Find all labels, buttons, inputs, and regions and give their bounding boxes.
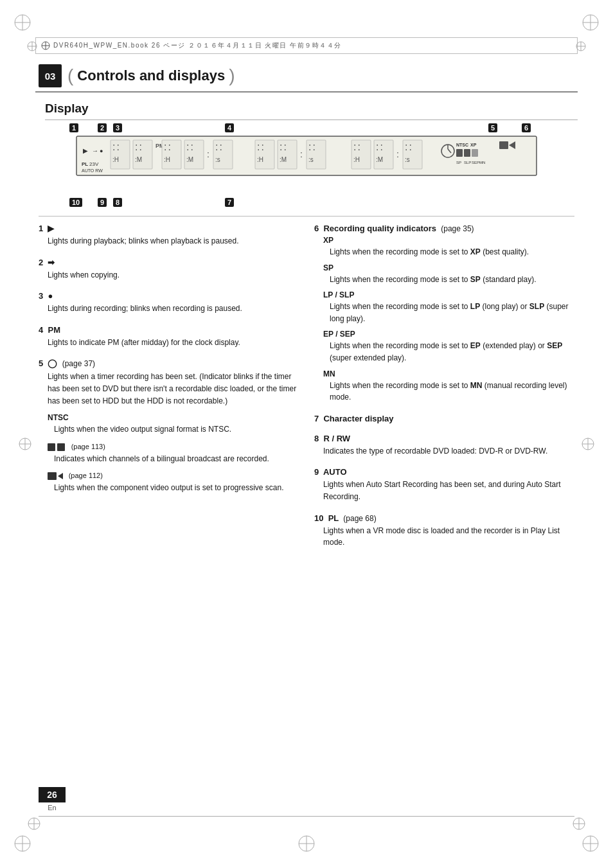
svg-text::s: :s: [215, 156, 220, 163]
label-4: 4: [225, 123, 234, 132]
svg-text:::: ::: [353, 141, 362, 152]
svg-text:NTSC: NTSC: [456, 143, 468, 147]
page-lang: En: [39, 804, 66, 811]
svg-text:::: ::: [135, 141, 143, 152]
entry-2-header: 2 ➡: [39, 258, 299, 267]
mn-header: MN: [323, 369, 574, 378]
svg-text:→: →: [92, 147, 98, 154]
svg-rect-75: [472, 149, 478, 157]
entry-6-label: Recording quality indicators: [323, 224, 436, 233]
entry-4: 4 PM Lights to indicate PM (after midday…: [39, 325, 299, 349]
page-title: Controls and displays: [77, 67, 225, 84]
entry-1: 1 ▶ Lights during playback; blinks when …: [39, 224, 299, 247]
mn-body: Lights when the recording mode is set to…: [323, 380, 574, 403]
header-file-info: DVR640H_WPW_EN.book 26 ページ ２０１６年４月１１日 火曜…: [53, 41, 342, 50]
svg-text::H: :H: [257, 156, 263, 163]
left-column: 1 ▶ Lights during playback; blinks when …: [39, 224, 299, 559]
label-10: 10: [69, 198, 82, 207]
entry-6-sp: SP Lights when the recording mode is set…: [314, 263, 574, 286]
entry-5-progressive-header: (page 112): [48, 471, 299, 481]
device-panel-svg: ▶ → ● PL 23V AUTO RW :: :H :: :M PM: [51, 135, 562, 177]
svg-text::s: :s: [405, 156, 410, 163]
entry-10-header: 10 PL (page 68): [314, 513, 574, 523]
svg-text:23V: 23V: [89, 161, 99, 167]
label-7: 7: [225, 198, 234, 207]
svg-text:MN: MN: [479, 161, 485, 164]
entry-8-header: 8 R / RW: [314, 434, 574, 443]
corner-mark-bl: [13, 834, 32, 855]
entry-6-header: 6 Recording quality indicators (page 35): [314, 224, 574, 233]
entry-5-body: Lights when a timer recording has been s…: [39, 371, 299, 407]
corner-mark-bottom: [297, 834, 316, 855]
svg-text:●: ●: [100, 148, 103, 154]
entry-4-body: Lights to indicate PM (after midday) for…: [39, 337, 299, 349]
entry-7: 7 Character display: [314, 414, 574, 423]
lp-body: Lights when the recording mode is set to…: [323, 301, 574, 324]
entry-2-num: 2: [39, 258, 43, 267]
xp-body: Lights when the recording mode is set to…: [323, 246, 574, 258]
svg-text:XP: XP: [470, 143, 477, 147]
entry-5-num: 5: [39, 359, 43, 368]
side-mark-right: [581, 437, 595, 453]
footer-mark-left: [27, 817, 41, 833]
entry-3-header: 3 ●: [39, 291, 299, 301]
svg-text:SP: SP: [456, 161, 461, 164]
entry-5-ntsc: NTSC Lights when the video output signal…: [39, 413, 299, 436]
ep-header: EP / SEP: [323, 330, 574, 339]
bilingual-icon: [48, 442, 69, 451]
header-right-mark: [576, 41, 586, 53]
svg-rect-80: [499, 141, 508, 149]
page-title-container: ( Controls and displays ): [67, 64, 235, 87]
ep-body: Lights when the recording mode is set to…: [323, 340, 574, 364]
entry-10-body: Lights when a VR mode disc is loaded and…: [314, 525, 574, 549]
entry-5-bilingual-body: Indicates which channels of a bilingual …: [48, 453, 299, 465]
entry-5-progressive-body: Lights when the component video output i…: [48, 482, 299, 494]
entry-5-progressive: (page 112) Lights when the component vid…: [39, 471, 299, 493]
entry-10-num: 10: [314, 513, 323, 523]
entry-5-icon: ◯: [48, 359, 57, 368]
svg-text::: :: [396, 149, 399, 159]
label-5: 5: [488, 123, 497, 132]
label-3: 3: [113, 123, 122, 132]
entry-6: 6 Recording quality indicators (page 35)…: [314, 224, 574, 403]
svg-text:::: ::: [257, 141, 265, 152]
entry-9: 9 AUTO Lights when Auto Start Recording …: [314, 467, 574, 502]
svg-text:PL: PL: [82, 161, 88, 167]
svg-rect-90: [48, 472, 57, 480]
footer-mark-right: [572, 817, 586, 833]
svg-text::: :: [207, 149, 209, 159]
svg-text:::: ::: [376, 141, 384, 152]
svg-text::H: :H: [164, 156, 170, 163]
entry-6-xp: XP Lights when the recording mode is set…: [314, 236, 574, 258]
label-2: 2: [98, 123, 107, 132]
corner-mark-br: [581, 834, 600, 855]
entry-3: 3 ● Lights during recording; blinks when…: [39, 291, 299, 315]
label-9: 9: [98, 198, 107, 207]
entry-5-pageref: (page 37): [62, 359, 95, 368]
section-title: Display: [45, 102, 89, 116]
entry-7-header: 7 Character display: [314, 414, 574, 423]
entry-6-mn: MN Lights when the recording mode is set…: [314, 369, 574, 403]
svg-text:AUTO RW: AUTO RW: [82, 168, 103, 173]
entry-8-body: Indicates the type of recordable DVD loa…: [314, 445, 574, 457]
entry-1-header: 1 ▶: [39, 224, 299, 233]
entry-5-bilingual: (page 113) Indicates which channels of a…: [39, 442, 299, 465]
entry-2-body: Lights when copying.: [39, 269, 299, 281]
entry-5-progressive-pageref: (page 112): [69, 472, 103, 479]
svg-marker-91: [58, 473, 63, 479]
entry-6-ep: EP / SEP Lights when the recording mode …: [314, 330, 574, 364]
entry-5: 5 ◯ (page 37) Lights when a timer record…: [39, 359, 299, 493]
footer-divider: [39, 816, 574, 817]
entry-6-lp: LP / SLP Lights when the recording mode …: [314, 290, 574, 324]
entry-1-num: 1: [39, 224, 43, 233]
entry-2-icon: ➡: [48, 258, 55, 267]
entry-5-bilingual-pageref: (page 113): [71, 443, 105, 450]
page-number-box: 26: [39, 787, 66, 802]
entry-9-header: 9 AUTO: [314, 467, 574, 477]
entry-10-label: PL: [328, 513, 339, 523]
svg-text::: :: [300, 149, 303, 159]
entry-8: 8 R / RW Indicates the type of recordabl…: [314, 434, 574, 457]
label-8: 8: [113, 198, 122, 207]
entry-10-pageref: (page 68): [343, 514, 376, 523]
side-mark-left: [18, 437, 32, 453]
